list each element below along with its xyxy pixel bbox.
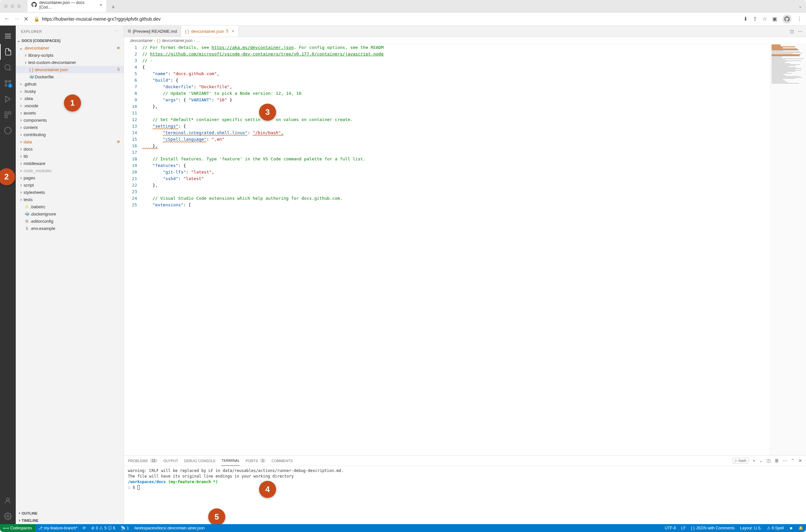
error-icon: ⊘ <box>91 526 94 530</box>
file-item[interactable]: { }devcontainer.json5 <box>16 66 123 73</box>
panel-tab-ports[interactable]: PORTS 1 <box>246 456 266 466</box>
status-sync[interactable]: ⟳ <box>80 524 89 532</box>
breadcrumb-item[interactable]: … <box>196 38 200 43</box>
status-path[interactable]: /workspaces/docs/.devcontain ainer.json <box>132 524 207 532</box>
close-icon[interactable]: × <box>231 28 234 34</box>
editor-tab[interactable]: ⧉[Preview] README.md <box>124 25 181 37</box>
source-control-icon[interactable]: 1 <box>0 75 16 91</box>
panel-tab-debug[interactable]: DEBUG CONSOLE <box>184 456 216 466</box>
window-maximize[interactable] <box>17 4 21 8</box>
file-item[interactable]: $.env.example <box>16 225 123 232</box>
browser-tab-active[interactable]: devcontainer.json — docs [Cod… × <box>27 0 106 12</box>
folder-item[interactable]: ›content <box>16 124 123 131</box>
extensions-activity-icon[interactable] <box>0 107 16 123</box>
timeline-header[interactable]: ⌄ TIMELINE <box>16 517 123 524</box>
status-spell[interactable]: ⚠ 6 Spell <box>764 524 787 532</box>
minimap[interactable] <box>770 44 806 455</box>
close-panel-icon[interactable]: ✕ <box>799 458 802 463</box>
file-item[interactable]: 🐳.dockerignore <box>16 210 123 217</box>
workspace-label: DOCS [CODESPACES] <box>22 39 60 43</box>
profile-avatar[interactable] <box>782 15 791 24</box>
chevron-down-icon[interactable]: ⌄ <box>799 4 802 8</box>
breadcrumb-item[interactable]: .devcontainer <box>129 38 153 43</box>
panel-tab-comments[interactable]: COMMENTS <box>271 456 292 466</box>
download-icon[interactable]: ⬇ <box>743 16 748 22</box>
svg-point-6 <box>5 84 7 86</box>
file-item[interactable]: B.babelrc <box>16 203 123 210</box>
code-editor[interactable]: 1234567891011121314151617181920212223242… <box>124 44 806 455</box>
terminal-line: warning: CRLF will be replaced by LF in … <box>128 468 802 474</box>
window-minimize[interactable] <box>11 4 15 8</box>
run-debug-icon[interactable] <box>0 91 16 107</box>
folder-item[interactable]: ›components <box>16 116 123 124</box>
chevron-right-icon: › <box>154 38 155 43</box>
explorer-icon[interactable] <box>0 44 16 60</box>
file-item[interactable]: ⚙.editorconfig <box>16 217 123 225</box>
search-icon[interactable] <box>0 60 16 75</box>
folder-item[interactable]: ›library-scripts <box>16 52 123 59</box>
terminal-profile[interactable]: ▷ bash <box>732 458 749 463</box>
more-icon[interactable]: ⋯ <box>783 458 787 463</box>
status-language[interactable]: { } JSON with Comments <box>688 524 737 532</box>
breadcrumb-item[interactable]: devcontainer.json <box>162 38 192 43</box>
folder-item[interactable]: ⌄.devcontainer <box>16 44 123 52</box>
status-eol[interactable]: LF <box>678 524 688 532</box>
browser-menu-icon[interactable]: ⋮ <box>797 16 802 22</box>
accounts-icon[interactable] <box>0 493 16 508</box>
address-bar[interactable]: 🔒 https://hubwriter-musical-meme-grx7rgg… <box>33 16 740 22</box>
panel-tab-output[interactable]: OUTPUT <box>163 456 178 466</box>
github-activity-icon[interactable] <box>0 123 16 138</box>
status-bar: ⟷ Codespaces ⎇ my-feature-branch* ⟳ ⊘0 ⚠… <box>0 524 806 532</box>
extensions-icon[interactable]: ▣ <box>772 16 777 22</box>
folder-item[interactable]: ›lib <box>16 153 123 160</box>
status-feedback-icon[interactable]: ☻ <box>786 524 796 532</box>
status-remote[interactable]: ⟷ Codespaces <box>0 524 35 532</box>
forward-button[interactable]: → <box>14 15 20 22</box>
new-tab-button[interactable]: + <box>109 3 118 12</box>
status-ports[interactable]: 📡1 <box>118 524 132 532</box>
new-terminal-icon[interactable]: + <box>752 458 755 463</box>
split-editor-icon[interactable]: ◫ <box>790 29 794 34</box>
folder-item[interactable]: ›node_modules <box>16 167 123 174</box>
status-problems[interactable]: ⊘0 ⚠5 ⓘ6 <box>89 524 118 532</box>
more-icon[interactable]: ⋯ <box>115 29 119 34</box>
bookmark-icon[interactable]: ☆ <box>762 16 767 22</box>
kill-terminal-icon[interactable]: 🗑 <box>774 458 779 463</box>
workspace-header[interactable]: ⌄ DOCS [CODESPACES] <box>16 37 123 44</box>
folder-item[interactable]: ›tests <box>16 196 123 203</box>
split-terminal-icon[interactable]: ◫ <box>767 458 771 463</box>
folder-item[interactable]: ›stylesheets <box>16 189 123 196</box>
status-branch[interactable]: ⎇ my-feature-branch* <box>35 524 80 532</box>
folder-item[interactable]: ›contributing <box>16 131 123 138</box>
back-button[interactable]: ← <box>4 15 10 22</box>
folder-item[interactable]: ›test-custom-devcontainer <box>16 59 123 66</box>
editor-more-icon[interactable]: ⋯ <box>798 29 802 34</box>
browser-titlebar: devcontainer.json — docs [Cod… × + ⌄ <box>0 0 806 13</box>
panel-tab-problems[interactable]: PROBLEMS 11 <box>128 456 157 466</box>
folder-item[interactable]: ›script <box>16 182 123 189</box>
share-icon[interactable]: ⇧ <box>753 16 757 22</box>
folder-item[interactable]: ›pages <box>16 174 123 182</box>
folder-item[interactable]: ›docs <box>16 145 123 153</box>
settings-gear-icon[interactable] <box>0 508 16 524</box>
terminal-branch: (my-feature-branch *) <box>168 479 218 484</box>
folder-item[interactable]: ›.github <box>16 80 123 88</box>
terminal[interactable]: warning: CRLF will be replaced by LF in … <box>124 466 806 524</box>
folder-item[interactable]: ›.husky <box>16 88 123 95</box>
status-bell-icon[interactable]: 🔔 <box>796 524 806 532</box>
reload-button[interactable]: ✕ <box>24 15 28 23</box>
status-layout[interactable]: Layout: U.S. <box>737 524 764 532</box>
chevron-down-icon[interactable]: ⌄ <box>759 458 763 463</box>
window-close[interactable] <box>4 4 8 8</box>
breadcrumbs[interactable]: .devcontainer › { } devcontainer.json › … <box>124 37 806 44</box>
maximize-panel-icon[interactable]: ⌃ <box>791 458 794 463</box>
status-encoding[interactable]: UTF-8 <box>662 524 678 532</box>
panel-tab-terminal[interactable]: TERMINAL <box>221 456 240 466</box>
folder-item[interactable]: ›data <box>16 138 123 145</box>
outline-header[interactable]: ⌄ OUTLINE <box>16 510 123 517</box>
editor-tab[interactable]: { }devcontainer.json5× <box>181 25 238 37</box>
folder-item[interactable]: ›middleware <box>16 160 123 167</box>
file-item[interactable]: 🐳Dockerfile <box>16 73 123 80</box>
menu-icon[interactable] <box>0 28 16 44</box>
close-icon[interactable]: × <box>100 2 102 7</box>
